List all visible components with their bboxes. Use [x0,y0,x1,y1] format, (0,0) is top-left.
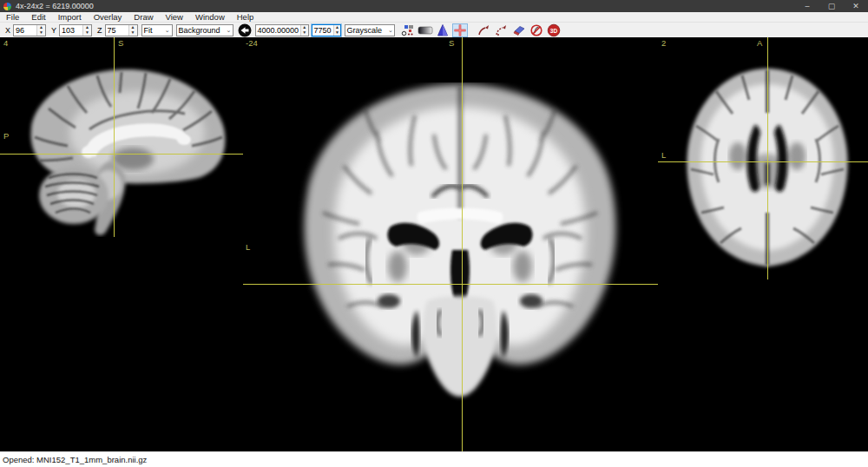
chevron-down-icon: ⌄ [224,27,232,34]
pen-icon [477,23,491,37]
sagittal-posterior-label: P [3,131,9,141]
menu-import[interactable]: Import [52,12,88,23]
x-spinner-arrows[interactable]: ▲▼ [36,25,45,36]
app-icon [3,3,11,10]
coronal-crosshair-vertical [462,37,463,451]
coronal-superior-label: S [449,38,454,48]
eraser-button[interactable] [511,23,527,37]
status-bar: Opened: MNI152_T1_1mm_brain.nii.gz [0,451,868,467]
minimize-button[interactable]: – [795,0,819,12]
render-3d-button[interactable]: 3D [546,23,562,37]
menu-view[interactable]: View [160,12,189,23]
crosshair-icon [453,23,467,37]
zoom-dropdown[interactable]: Fit ⌄ [141,24,173,36]
z-spinner-arrows[interactable]: ▲▼ [128,25,137,36]
crosshair-toggle-button[interactable] [452,23,468,37]
sagittal-cerebellum [39,167,108,224]
window-title: 4x-24x2 = 6219.00000 [16,2,795,10]
maximize-button[interactable]: ▢ [819,0,844,12]
coronal-crosshair-horizontal [243,284,658,285]
chevron-down-icon: ⌄ [385,27,393,34]
eraser-icon [512,23,526,37]
palette-button[interactable] [400,23,416,37]
y-spinner-arrows[interactable]: ▲▼ [82,25,91,36]
menu-draw[interactable]: Draw [128,12,159,23]
y-coordinate-label: Y [51,26,56,35]
menu-bar: File Edit Import Overlay Draw View Windo… [0,12,868,23]
y-coordinate-stepper[interactable]: 103 ▲▼ [59,24,92,36]
x-coordinate-label: X [5,26,10,35]
sagittal-crosshair-horizontal [0,154,243,155]
swap-arrow-icon [238,23,252,37]
axial-crosshair-horizontal [658,161,868,162]
sagittal-view-image[interactable] [24,63,233,237]
z-coordinate-stepper[interactable]: 75 ▲▼ [105,24,138,36]
layer-dropdown[interactable]: Background ⌄ [176,24,233,36]
coronal-slice-number: -24 [246,38,258,48]
axial-anterior-label: A [757,38,762,48]
min-intensity-stepper[interactable]: 4000.00000 ▲▼ [255,24,309,36]
coronal-view-image[interactable] [286,82,634,412]
draw-pen-button[interactable] [477,23,492,37]
3d-icon: 3D [547,23,561,37]
coronal-brainstem [411,296,509,397]
toolbar: X 96 ▲▼ Y 103 ▲▼ Z 75 ▲▼ Fit ⌄ Backgroun… [0,23,868,37]
axial-slice-number: 2 [661,38,666,48]
menu-file[interactable]: File [0,12,25,23]
axial-view-image[interactable] [668,65,864,273]
status-text: Opened: MNI152_T1_1mm_brain.nii.gz [3,455,147,464]
image-canvas: 4 S P -24 S L 2 A L [0,37,868,451]
draw-pen-filled-button[interactable] [494,23,510,37]
sagittal-superior-label: S [118,38,123,48]
no-draw-icon [529,23,543,37]
menu-help[interactable]: Help [231,12,260,23]
max-intensity-stepper[interactable]: 7750 ▲▼ [312,24,341,36]
pen-dotted-icon [495,23,509,37]
application-window: 4x-24x2 = 6219.00000 – ▢ ✕ File Edit Imp… [0,0,868,467]
title-bar: 4x-24x2 = 6219.00000 – ▢ ✕ [0,0,868,12]
axial-left-label: L [661,150,666,160]
svg-text:3D: 3D [549,27,557,33]
coronal-left-label: L [246,242,250,252]
histogram-icon [436,23,450,37]
sagittal-crosshair-vertical [114,37,115,237]
histogram-button[interactable] [435,23,450,37]
min-intensity-arrows[interactable]: ▲▼ [300,25,307,36]
close-button[interactable]: ✕ [844,0,868,12]
menu-window[interactable]: Window [189,12,231,23]
x-coordinate-stepper[interactable]: 96 ▲▼ [13,24,46,36]
menu-edit[interactable]: Edit [25,12,51,23]
no-draw-button[interactable] [529,23,544,37]
intensity-gradient-button[interactable] [418,23,433,37]
colormap-dropdown[interactable]: Grayscale ⌄ [345,24,395,36]
swap-views-button[interactable] [237,23,253,37]
z-coordinate-label: Z [97,26,102,35]
menu-overlay[interactable]: Overlay [88,12,128,23]
intensity-gradient-icon [418,23,433,37]
palette-icon [401,23,415,37]
chevron-down-icon: ⌄ [162,27,170,34]
sagittal-slice-number: 4 [3,38,8,48]
axial-crosshair-vertical [767,37,768,280]
max-intensity-arrows[interactable]: ▲▼ [333,25,339,36]
